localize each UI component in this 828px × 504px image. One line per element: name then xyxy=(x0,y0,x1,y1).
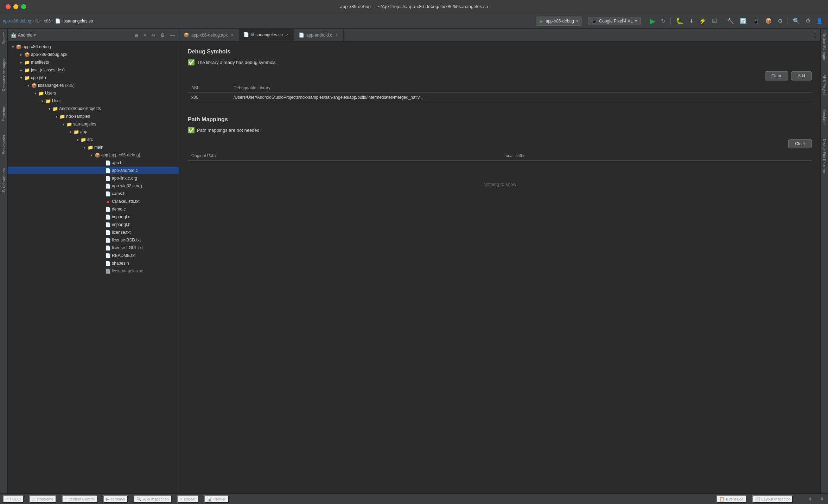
settings2-button[interactable]: ⚙ xyxy=(803,16,813,26)
todo-tab[interactable]: ≡ TODO xyxy=(3,495,24,503)
close-button[interactable] xyxy=(6,4,11,9)
locate-button[interactable]: ⊕ xyxy=(133,32,140,39)
apk-project-tab[interactable]: APK Project xyxy=(821,71,828,99)
horizontal-scroll-button[interactable]: ⇔ xyxy=(150,32,157,39)
attach-button[interactable]: ⬇ xyxy=(687,16,696,26)
library-header: Debuggable Library xyxy=(230,83,812,93)
tree-item-apk[interactable]: ▸ 📦 app-x86-debug.apk xyxy=(8,51,179,58)
version-control-tab[interactable]: ↑ Version Control xyxy=(62,495,97,503)
build-button[interactable]: 🔨 xyxy=(725,16,736,26)
tree-item-cpp[interactable]: ▾ 📁 cpp (lib) xyxy=(8,74,179,82)
run-button[interactable]: ▶ xyxy=(648,15,657,27)
tree-item-java[interactable]: ▸ 📁 java (classes.dex) xyxy=(8,66,179,74)
breadcrumb-lib[interactable]: lib xyxy=(36,19,40,24)
device-selector[interactable]: 📱 Google Pixel 4 XL ▾ xyxy=(588,17,641,25)
tab-c-label: app-android.c xyxy=(306,33,332,38)
debug-status-ok-icon: ✅ xyxy=(188,59,195,66)
rerun-button[interactable]: ↻ xyxy=(659,16,668,26)
tree-item-applinx[interactable]: ▸ 📄 app-linx.c.org xyxy=(8,174,179,182)
debug-status-message: The library already has debug symbols. xyxy=(197,60,277,65)
collapse-all-button[interactable]: ≡ xyxy=(142,32,148,39)
sync-button[interactable]: 🔄 xyxy=(738,16,749,26)
tree-item-ndk[interactable]: ▾ 📁 ndk-samples xyxy=(8,112,179,120)
problems-tab[interactable]: ⚠ Problems xyxy=(29,495,56,503)
app-inspection-tab[interactable]: 🔍 App Inspection xyxy=(134,495,172,503)
android-dropdown[interactable]: 🤖 Android ▾ xyxy=(11,32,36,38)
asp-folder-icon: 📁 xyxy=(52,106,58,111)
tab-so-close[interactable]: × xyxy=(285,32,290,37)
tab-so[interactable]: 📄 libsanangeles.so × xyxy=(239,29,294,41)
terminal-tab[interactable]: ▶ Terminal xyxy=(103,495,128,503)
profiler-tab[interactable]: 📊 Profiler xyxy=(204,495,229,503)
dropdown-arrow-icon: ▾ xyxy=(576,19,578,24)
san-folder-icon: 📁 xyxy=(66,122,72,127)
debug-clear-button[interactable]: Clear xyxy=(765,71,788,80)
tree-item-asp[interactable]: ▾ 📁 AndroidStudioProjects xyxy=(8,105,179,112)
tree-item-camsh[interactable]: ▸ 📄 cams.h xyxy=(8,190,179,198)
bottom-restore-button[interactable]: ⬇ xyxy=(819,496,825,502)
tree-item-users[interactable]: ▾ 📁 Users xyxy=(8,89,179,97)
resource-manager-tab[interactable]: Resource Manager xyxy=(1,55,7,95)
bookmarks-tab[interactable]: Bookmarks xyxy=(1,131,7,158)
breadcrumb-app[interactable]: app-x86-debug xyxy=(3,19,31,24)
avd-button[interactable]: 📱 xyxy=(750,16,762,26)
tree-item-app-module[interactable]: ▾ 📦 app-x86-debug xyxy=(8,43,179,51)
profile-button[interactable]: ⚡ xyxy=(697,16,708,26)
breadcrumb-file: libsanangeles.so xyxy=(62,19,93,24)
tree-item-cmake[interactable]: ▸ 🔺 CMakeLists.txt xyxy=(8,198,179,205)
path-clear-button[interactable]: Clear xyxy=(788,139,812,148)
tree-item-appwin32[interactable]: ▸ 📄 app-win32.c.org xyxy=(8,182,179,190)
main-folder-icon: 📁 xyxy=(88,145,93,150)
logcat-tab[interactable]: ≡ Logcat xyxy=(177,495,198,503)
project-panel-tab[interactable]: Project xyxy=(1,29,7,48)
ndk-folder-icon: 📁 xyxy=(59,114,65,119)
bottom-expand-button[interactable]: ⬆ xyxy=(807,496,813,502)
sidebar-settings-button[interactable]: ⚙ xyxy=(159,32,166,39)
tab-apk[interactable]: 📦 app-x86-debug.apk × xyxy=(179,29,239,41)
tab-c[interactable]: 📄 app-android.c × xyxy=(294,29,344,41)
app-selector[interactable]: ▶ app-x86-debug ▾ xyxy=(536,17,582,26)
minimize-button[interactable] xyxy=(13,4,18,9)
search-button[interactable]: 🔍 xyxy=(791,16,802,26)
tree-item-readme[interactable]: ▸ 📄 README.txt xyxy=(8,252,179,259)
tree-item-appandroidc[interactable]: ▸ 📄 app-android.c xyxy=(8,167,179,174)
emulator-tab[interactable]: Emulator xyxy=(821,106,828,128)
tree-item-importglc[interactable]: ▸ 📄 importgl.c xyxy=(8,213,179,221)
sidebar-close-button[interactable]: — xyxy=(168,32,176,39)
debug-button[interactable]: 🐛 xyxy=(674,16,686,26)
tab-apk-close[interactable]: × xyxy=(230,33,235,38)
tree-item-license[interactable]: ▸ 📄 license.txt xyxy=(8,228,179,236)
tree-item-app-folder[interactable]: ▾ 📁 app xyxy=(8,128,179,136)
tree-item-democ[interactable]: ▸ 📄 demo.c xyxy=(8,205,179,213)
layout-inspector-tab[interactable]: ⬜ Layout Inspector xyxy=(752,495,793,503)
tree-item-manifests[interactable]: ▸ 📁 manifests xyxy=(8,58,179,66)
settings-button[interactable]: ⚙ xyxy=(776,16,785,26)
tree-item-src[interactable]: ▾ 📁 src xyxy=(8,136,179,143)
terminal-icon: ▶ xyxy=(106,497,109,502)
breadcrumb-x86[interactable]: x86 xyxy=(44,19,51,24)
device-file-explorer-tab[interactable]: Device File Explorer xyxy=(821,135,828,177)
debug-add-button[interactable]: Add xyxy=(791,71,812,80)
tree-item-importglh[interactable]: ▸ 📄 importgl.h xyxy=(8,221,179,228)
sdk-button[interactable]: 📦 xyxy=(763,16,774,26)
event-log-tab[interactable]: 📋 Event Log xyxy=(716,495,746,503)
tab-c-close[interactable]: × xyxy=(334,33,339,38)
tree-item-licensebsd[interactable]: ▸ 📄 license-BSD.txt xyxy=(8,236,179,244)
tree-item-libsan[interactable]: ▾ 📦 libsanangeles (x86) xyxy=(8,82,179,89)
device-manager-tab[interactable]: Device Manager xyxy=(821,29,828,64)
tree-item-licenselgpl[interactable]: ▸ 📄 license-LGPL.txt xyxy=(8,244,179,252)
tree-item-cpp-module[interactable]: ▾ 📦 cpp [app-x86-debug] xyxy=(8,151,179,159)
account-button[interactable]: 👤 xyxy=(814,16,825,26)
tree-item-apph[interactable]: ▸ 📄 app.h xyxy=(8,159,179,167)
tree-item-san[interactable]: ▾ 📁 san-angeles xyxy=(8,120,179,128)
tree-item-user[interactable]: ▾ 📁 User xyxy=(8,97,179,105)
cpp-module-icon: 📦 xyxy=(95,153,100,158)
tree-item-libso[interactable]: ▸ 📄 libsanangeles.so xyxy=(8,267,179,275)
maximize-button[interactable] xyxy=(21,4,26,9)
coverage-button[interactable]: ☑ xyxy=(710,16,719,26)
structure-tab[interactable]: Structure xyxy=(1,102,7,125)
build-variants-tab[interactable]: Build Variants xyxy=(1,165,7,195)
tree-item-main[interactable]: ▾ 📁 main xyxy=(8,143,179,151)
tree-item-shapesh[interactable]: ▸ 📄 shapes.h xyxy=(8,259,179,267)
tabs-overflow-button[interactable]: ⋮ xyxy=(810,32,820,38)
